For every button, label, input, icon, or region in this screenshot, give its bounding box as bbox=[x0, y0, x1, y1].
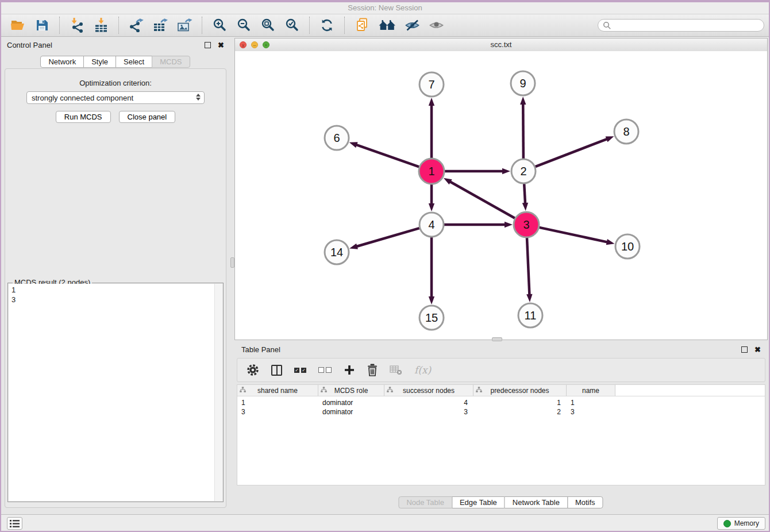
close-table-panel-button[interactable]: ✖ bbox=[754, 346, 761, 353]
attribute-tree-icon bbox=[240, 387, 246, 393]
control-tab-network[interactable]: Network bbox=[40, 56, 84, 68]
graph-edge-3-11[interactable] bbox=[527, 238, 529, 295]
mcds-result-item: 1 bbox=[9, 285, 222, 295]
attribute-tree-icon bbox=[476, 387, 482, 393]
control-tab-select[interactable]: Select bbox=[116, 56, 152, 68]
graph-edge-3-1[interactable] bbox=[449, 182, 515, 218]
window-splitter-handle[interactable] bbox=[492, 337, 502, 341]
close-panel-button[interactable]: ✖ bbox=[218, 41, 224, 49]
svg-text:6: 6 bbox=[333, 132, 340, 144]
mcds-result-area[interactable]: 13 bbox=[9, 284, 222, 501]
apply-function-icon[interactable]: f(x) bbox=[414, 364, 431, 376]
run-mcds-button[interactable]: Run MCDS bbox=[56, 111, 111, 123]
svg-text:3: 3 bbox=[523, 218, 529, 231]
delete-row-icon[interactable] bbox=[367, 364, 378, 376]
graph-edge-arrowhead bbox=[429, 203, 434, 211]
graph-node-6[interactable]: 6 bbox=[325, 126, 349, 150]
float-panel-button[interactable] bbox=[205, 42, 211, 48]
graph-edge-2-3[interactable] bbox=[524, 184, 525, 204]
zoom-in-button[interactable] bbox=[210, 16, 229, 34]
graph-edge-1-6[interactable] bbox=[356, 145, 419, 167]
table-row[interactable]: 1dominator411 bbox=[237, 398, 765, 407]
column-header-MCDS-role[interactable]: MCDS role bbox=[318, 385, 384, 396]
toolbar-separator bbox=[344, 17, 345, 34]
delete-table-icon[interactable] bbox=[390, 365, 402, 375]
control-tab-mcds[interactable]: MCDS bbox=[152, 56, 190, 68]
column-header-successor-nodes[interactable]: successor nodes bbox=[384, 385, 473, 396]
criterion-dropdown[interactable]: strongly connected component bbox=[26, 91, 205, 104]
svg-text:4: 4 bbox=[428, 218, 434, 231]
table-tab-motifs[interactable]: Motifs bbox=[567, 496, 603, 508]
graph-edge-2-9[interactable] bbox=[523, 103, 523, 159]
optimization-criterion-label: Optimization criterion: bbox=[5, 79, 226, 87]
graph-node-15[interactable]: 15 bbox=[419, 306, 444, 330]
graph-edge-2-8[interactable] bbox=[536, 139, 608, 167]
select-all-icon[interactable]: ✓✓ bbox=[294, 368, 306, 373]
import-table-button[interactable] bbox=[92, 16, 110, 34]
show-columns-icon[interactable] bbox=[271, 365, 282, 376]
mcds-result-box: MCDS result (2 nodes) 13 bbox=[7, 283, 224, 502]
graph-edge-arrowhead bbox=[444, 178, 452, 184]
table-tab-edge-table[interactable]: Edge Table bbox=[452, 496, 505, 508]
minimize-window-button[interactable]: – bbox=[251, 41, 258, 48]
column-header-shared-name[interactable]: shared name bbox=[237, 385, 318, 396]
control-tab-style[interactable]: Style bbox=[83, 56, 116, 68]
add-row-icon[interactable] bbox=[344, 364, 355, 376]
status-bar: Memory bbox=[0, 514, 770, 532]
node-table: shared nameMCDS rolesuccessor nodesprede… bbox=[237, 384, 765, 485]
toolbar-separator bbox=[202, 17, 202, 34]
network-canvas[interactable]: 7968124314101511 bbox=[235, 51, 767, 340]
copy-style-button[interactable] bbox=[353, 16, 371, 34]
memory-button[interactable]: Memory bbox=[717, 517, 765, 530]
graph-node-14[interactable]: 14 bbox=[325, 240, 349, 264]
task-history-button[interactable] bbox=[7, 517, 22, 530]
open-session-button[interactable] bbox=[9, 16, 27, 34]
first-neighbors-icon[interactable] bbox=[377, 16, 398, 34]
graph-node-4[interactable]: 4 bbox=[419, 213, 444, 237]
control-panel: Control Panel ✖ NetworkStyleSelectMCDS O… bbox=[0, 37, 231, 515]
svg-text:9: 9 bbox=[519, 77, 526, 90]
attribute-tree-icon bbox=[321, 387, 327, 393]
result-scrollbar[interactable] bbox=[214, 284, 222, 501]
graph-node-2[interactable]: 2 bbox=[511, 159, 536, 183]
zoom-selected-button[interactable] bbox=[283, 16, 301, 34]
mcds-result-item: 3 bbox=[9, 295, 222, 304]
save-session-button[interactable] bbox=[33, 16, 51, 34]
unselect-all-icon[interactable] bbox=[318, 367, 332, 373]
graph-edge-3-10[interactable] bbox=[539, 228, 607, 242]
show-all-icon[interactable] bbox=[428, 16, 446, 34]
close-window-button[interactable]: x bbox=[240, 41, 247, 48]
column-header-name[interactable]: name bbox=[567, 385, 615, 396]
graph-node-7[interactable]: 7 bbox=[419, 72, 444, 97]
graph-node-10[interactable]: 10 bbox=[615, 234, 640, 259]
export-table-button[interactable] bbox=[151, 16, 170, 34]
graph-node-1[interactable]: 1 bbox=[419, 159, 444, 184]
table-options-icon[interactable] bbox=[247, 364, 259, 376]
graph-node-11[interactable]: 11 bbox=[518, 303, 542, 327]
float-table-panel-button[interactable] bbox=[741, 346, 748, 353]
graph-node-8[interactable]: 8 bbox=[614, 119, 638, 144]
table-row[interactable]: 3dominator323 bbox=[237, 407, 765, 417]
panel-splitter-handle[interactable] bbox=[230, 257, 234, 268]
hide-selected-icon[interactable] bbox=[403, 16, 422, 34]
refresh-layout-button[interactable] bbox=[318, 16, 336, 34]
column-header-predecessor-nodes[interactable]: predecessor nodes bbox=[473, 385, 567, 396]
svg-text:8: 8 bbox=[623, 125, 629, 138]
graph-edge-arrowhead bbox=[429, 98, 434, 106]
window-controls: x – + bbox=[240, 41, 270, 48]
graph-edge-4-14[interactable] bbox=[356, 228, 419, 246]
zoom-fit-button[interactable] bbox=[259, 16, 277, 34]
table-tab-network-table[interactable]: Network Table bbox=[505, 496, 568, 508]
export-image-button[interactable] bbox=[175, 16, 194, 34]
graph-node-3[interactable]: 3 bbox=[514, 212, 539, 237]
svg-text:14: 14 bbox=[330, 246, 343, 259]
close-panel-button-2[interactable]: Close panel bbox=[119, 111, 176, 123]
import-network-button[interactable] bbox=[68, 16, 86, 34]
maximize-window-button[interactable]: + bbox=[263, 41, 270, 48]
zoom-out-button[interactable] bbox=[234, 16, 253, 34]
table-tab-node-table[interactable]: Node Table bbox=[398, 496, 452, 508]
graph-node-9[interactable]: 9 bbox=[511, 71, 535, 95]
export-network-button[interactable] bbox=[127, 16, 145, 34]
search-input[interactable] bbox=[598, 19, 764, 32]
toolbar-separator bbox=[59, 17, 60, 34]
